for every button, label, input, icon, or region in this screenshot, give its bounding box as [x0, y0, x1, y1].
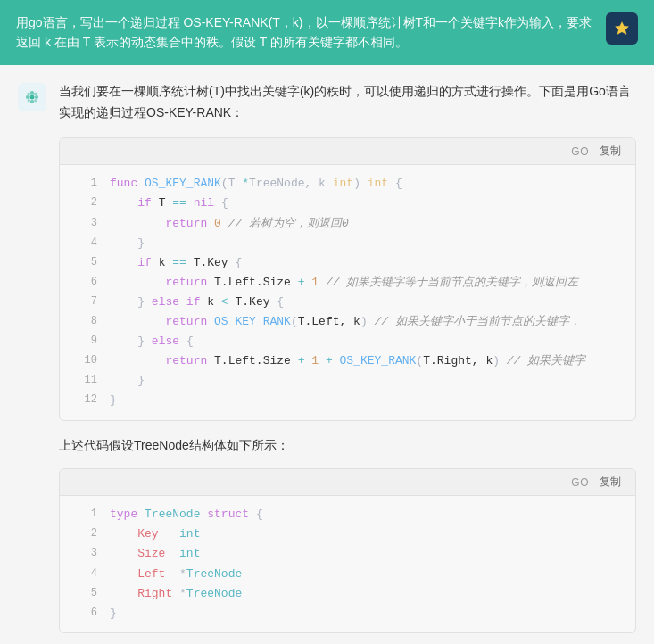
svg-point-9 [28, 99, 30, 102]
main-body: 当我们要在一棵顺序统计树(T)中找出关键字(k)的秩时，可以使用递归的方式进行操… [59, 81, 636, 644]
code-lang-1: GO [571, 145, 589, 158]
svg-point-4 [30, 100, 34, 103]
table-row: 12 } [60, 391, 635, 410]
flower-icon [23, 88, 41, 106]
code-header-2: GO 复制 [60, 469, 635, 496]
svg-point-3 [30, 91, 34, 95]
banner-icon [606, 12, 638, 45]
banner: 用go语言，写出一个递归过程 OS-KEY-RANK(T，k)，以一棵顺序统计树… [0, 0, 654, 65]
copy-button-2[interactable]: 复制 [596, 473, 625, 491]
between-text: 上述代码假设TreeNode结构体如下所示： [59, 435, 636, 457]
table-row: 5 if k == T.Key { [60, 253, 635, 273]
table-row: 3 return 0 // 若树为空，则返回0 [60, 214, 635, 234]
table-row: 1 func OS_KEY_RANK(T *TreeNode, k int) i… [60, 174, 635, 194]
code-content-1[interactable]: 1 func OS_KEY_RANK(T *TreeNode, k int) i… [60, 165, 635, 419]
table-row: 6 return T.Left.Size + 1 // 如果关键字等于当前节点的… [60, 273, 635, 293]
banner-text: 用go语言，写出一个递归过程 OS-KEY-RANK(T，k)，以一棵顺序统计树… [16, 12, 595, 53]
table-row: 9 } else { [60, 332, 635, 351]
table-row: 3 Size int [60, 544, 635, 564]
code-block-2: GO 复制 1 type TreeNode struct { 2 Key int [59, 468, 636, 633]
table-row: 5 Right *TreeNode [60, 584, 635, 604]
code-lang-2: GO [571, 476, 589, 489]
code-scroll-1: 1 func OS_KEY_RANK(T *TreeNode, k int) i… [60, 174, 635, 410]
svg-point-5 [26, 95, 29, 99]
copy-button-1[interactable]: 复制 [596, 142, 625, 161]
svg-point-8 [34, 92, 37, 95]
svg-point-7 [28, 92, 30, 95]
table-row: 4 Left *TreeNode [60, 565, 635, 584]
table-row: 1 type TreeNode struct { [60, 505, 635, 524]
code-block-1: GO 复制 1 func OS_KEY_RANK(T *TreeNode, k … [59, 137, 636, 420]
table-row: 10 return T.Left.Size + 1 + OS_KEY_RANK(… [60, 351, 635, 371]
assistant-icon [18, 83, 46, 111]
code-content-2[interactable]: 1 type TreeNode struct { 2 Key int 3 Siz… [60, 496, 635, 632]
content-area: 当我们要在一棵顺序统计树(T)中找出关键字(k)的秩时，可以使用递归的方式进行操… [0, 65, 654, 644]
table-row: 2 if T == nil { [60, 194, 635, 213]
star-icon [612, 19, 632, 38]
table-row: 2 Key int [60, 524, 635, 544]
code-header-1: GO 复制 [60, 138, 635, 165]
table-row: 7 } else if k < T.Key { [60, 293, 635, 312]
table-row: 8 return OS_KEY_RANK(T.Left, k) // 如果关键字… [60, 312, 635, 332]
table-row: 11 } [60, 371, 635, 391]
description-text: 当我们要在一棵顺序统计树(T)中找出关键字(k)的秩时，可以使用递归的方式进行操… [59, 81, 636, 124]
svg-point-2 [30, 95, 35, 99]
main-container: 用go语言，写出一个递归过程 OS-KEY-RANK(T，k)，以一棵顺序统计树… [0, 0, 654, 644]
svg-point-6 [35, 95, 38, 99]
code-scroll-2: 1 type TreeNode struct { 2 Key int 3 Siz… [60, 505, 635, 623]
table-row: 4 } [60, 234, 635, 253]
svg-point-10 [34, 99, 37, 102]
table-row: 6 } [60, 604, 635, 623]
